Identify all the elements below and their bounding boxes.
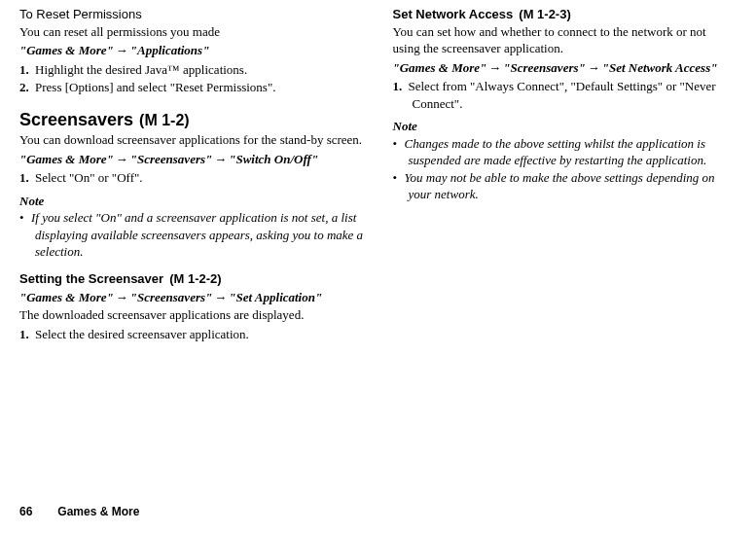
screensavers-title: Screensavers [19, 110, 133, 129]
step-text: Press [Options] and select "Reset Permis… [35, 80, 275, 94]
arrow-icon: → [586, 60, 602, 75]
arrow-icon: → [486, 60, 503, 75]
setting-steps: 1.Select the desired screensaver applica… [19, 326, 364, 343]
step-item: 1.Select the desired screensaver applica… [19, 326, 364, 343]
screensavers-steps: 1.Select "On" or "Off". [19, 169, 364, 187]
setting-title: Setting the Screensaver [19, 271, 163, 286]
arrow-icon: → [114, 152, 130, 166]
reset-title: To Reset Permissions [19, 6, 364, 23]
left-column: To Reset Permissions You can reset all p… [19, 6, 364, 342]
path-segment: "Switch On/Off" [229, 152, 318, 166]
path-segment: "Games & More" [19, 152, 114, 166]
arrow-icon: → [114, 290, 130, 304]
network-path: "Games & More"→"Screensavers"→"Set Netwo… [393, 59, 738, 77]
step-number: 1. [393, 78, 409, 95]
path-segment: "Screensavers" [130, 152, 212, 166]
step-number: 1. [19, 61, 35, 79]
page-footer: 66Games & More [19, 504, 139, 519]
footer-section: Games & More [57, 505, 139, 518]
reset-path: "Games & More"→"Applications" [19, 42, 364, 59]
path-segment: "Set Network Access" [602, 60, 718, 75]
step-text: Select the desired screensaver applicati… [35, 327, 249, 341]
arrow-icon: → [212, 152, 229, 166]
network-steps: 1.Select from "Always Connect", "Default… [393, 78, 738, 112]
network-access-section: Set Network Access(M 1-2-3) You can set … [393, 6, 738, 203]
network-notes: •Changes made to the above setting whils… [393, 135, 738, 203]
content-columns: To Reset Permissions You can reset all p… [19, 0, 737, 342]
setting-screensaver-section: Setting the Screensaver(M 1-2-2) "Games … [19, 270, 364, 342]
step-text: Highlight the desired Java™ applications… [35, 62, 247, 77]
bullet-icon: • [393, 169, 405, 187]
note-text: You may not be able to make the above se… [405, 170, 715, 202]
step-item: 1.Highlight the desired Java™ applicatio… [19, 61, 364, 79]
reset-desc: You can reset all permissions you made [19, 23, 364, 41]
step-text: Select "On" or "Off". [35, 170, 143, 185]
note-heading: Note [393, 118, 738, 135]
step-item: 1.Select "On" or "Off". [19, 169, 364, 187]
path-segment: "Screensavers" [503, 60, 585, 75]
network-title: Set Network Access [393, 7, 514, 21]
screensavers-notes: •If you select "On" and a screensaver ap… [19, 209, 364, 261]
reset-permissions-section: To Reset Permissions You can reset all p… [19, 6, 364, 96]
path-segment: "Applications" [130, 43, 210, 57]
network-code: (M 1-2-3) [519, 7, 570, 21]
step-text: Select from "Always Connect", "Default S… [409, 79, 716, 111]
setting-code: (M 1-2-2) [169, 271, 221, 286]
note-heading: Note [19, 193, 364, 210]
screensavers-desc: You can download screensaver application… [19, 131, 364, 149]
step-number: 1. [19, 326, 35, 343]
note-item: •If you select "On" and a screensaver ap… [19, 209, 364, 261]
path-segment: "Games & More" [19, 43, 114, 57]
note-item: •You may not be able to make the above s… [393, 169, 738, 203]
arrow-icon: → [212, 290, 229, 304]
setting-path: "Games & More"→"Screensavers"→"Set Appli… [19, 289, 364, 306]
arrow-icon: → [114, 43, 130, 57]
page-number: 66 [19, 505, 32, 518]
screensavers-section: Screensavers(M 1-2) You can download scr… [19, 108, 364, 261]
reset-steps: 1.Highlight the desired Java™ applicatio… [19, 61, 364, 96]
step-number: 2. [19, 79, 35, 96]
screensavers-path: "Games & More"→"Screensavers"→"Switch On… [19, 151, 364, 168]
network-desc: You can set how and whether to connect t… [393, 23, 738, 57]
bullet-icon: • [393, 135, 405, 153]
note-item: •Changes made to the above setting whils… [393, 135, 738, 169]
step-number: 1. [19, 169, 35, 187]
step-item: 2.Press [Options] and select "Reset Perm… [19, 79, 364, 96]
setting-desc: The downloaded screensaver applications … [19, 306, 364, 324]
path-segment: "Screensavers" [130, 290, 212, 304]
path-segment: "Set Application" [229, 290, 322, 304]
note-text: Changes made to the above setting whilst… [405, 136, 707, 168]
bullet-icon: • [19, 209, 31, 227]
path-segment: "Games & More" [19, 290, 114, 304]
path-segment: "Games & More" [393, 60, 487, 75]
right-column: Set Network Access(M 1-2-3) You can set … [393, 6, 738, 342]
note-text: If you select "On" and a screensaver app… [31, 210, 363, 259]
screensavers-code: (M 1-2) [139, 112, 190, 128]
step-item: 1.Select from "Always Connect", "Default… [393, 78, 738, 112]
